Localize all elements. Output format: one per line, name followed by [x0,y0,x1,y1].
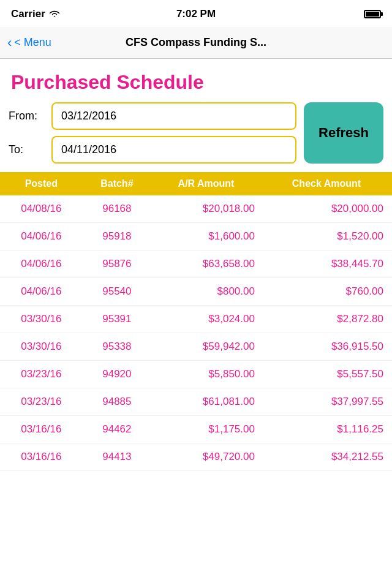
table-row: 04/08/16 96168 $20,018.00 $20,000.00 [0,195,392,223]
cell-posted: 04/08/16 [0,195,83,223]
nav-title: CFS Compass Funding S... [126,36,266,49]
from-date-input[interactable] [51,102,296,130]
cell-ar-amount: $59,942.00 [151,333,261,361]
cell-check-amount: $36,915.50 [261,333,392,361]
cell-ar-amount: $3,024.00 [151,306,261,333]
cell-check-amount: $38,445.70 [261,251,392,278]
cell-posted: 03/16/16 [0,416,83,443]
cell-posted: 03/16/16 [0,443,83,471]
table-row: 04/06/16 95540 $800.00 $760.00 [0,278,392,306]
cell-batch: 96168 [83,195,152,223]
table-row: 03/30/16 95338 $59,942.00 $36,915.50 [0,333,392,361]
cell-posted: 03/23/16 [0,361,83,388]
cell-ar-amount: $800.00 [151,278,261,306]
cell-batch: 95540 [83,278,152,306]
status-right [364,10,381,18]
table-row: 03/23/16 94885 $61,081.00 $37,997.55 [0,388,392,416]
cell-check-amount: $2,872.80 [261,306,392,333]
cell-ar-amount: $1,600.00 [151,223,261,251]
page-content: Purchased Schedule From: To: Refresh Pos… [0,59,392,471]
cell-check-amount: $760.00 [261,278,392,306]
col-header-ar: A/R Amount [151,172,261,195]
table-body: 04/08/16 96168 $20,018.00 $20,000.00 04/… [0,195,392,471]
cell-ar-amount: $49,720.00 [151,443,261,471]
filter-section: From: To: Refresh [0,102,392,172]
to-label: To: [9,143,45,156]
cell-batch: 95918 [83,223,152,251]
to-date-input[interactable] [51,136,296,164]
table-row: 03/16/16 94413 $49,720.00 $34,212.55 [0,443,392,471]
cell-check-amount: $37,997.55 [261,388,392,416]
carrier-label: Carrier [11,8,45,20]
filter-fields: From: To: [9,102,296,164]
battery-icon [364,10,381,18]
col-header-check: Check Amount [261,172,392,195]
cell-posted: 03/23/16 [0,388,83,416]
cell-batch: 94885 [83,388,152,416]
cell-posted: 03/30/16 [0,333,83,361]
cell-check-amount: $5,557.50 [261,361,392,388]
table-row: 03/16/16 94462 $1,175.00 $1,116.25 [0,416,392,443]
from-label: From: [9,110,45,123]
cell-posted: 04/06/16 [0,251,83,278]
cell-batch: 94413 [83,443,152,471]
back-chevron-icon: ‹ [7,36,12,50]
data-table: Posted Batch# A/R Amount Check Amount 04… [0,172,392,471]
refresh-label: Refresh [318,125,369,141]
cell-batch: 95338 [83,333,152,361]
back-button[interactable]: ‹ < Menu [7,36,51,50]
cell-check-amount: $1,520.00 [261,223,392,251]
table-header: Posted Batch# A/R Amount Check Amount [0,172,392,195]
table-row: 03/23/16 94920 $5,850.00 $5,557.50 [0,361,392,388]
cell-ar-amount: $20,018.00 [151,195,261,223]
status-time: 7:02 PM [176,8,216,20]
to-row: To: [9,136,296,164]
cell-check-amount: $20,000.00 [261,195,392,223]
cell-ar-amount: $61,081.00 [151,388,261,416]
wifi-icon [49,8,60,20]
cell-ar-amount: $5,850.00 [151,361,261,388]
page-title: Purchased Schedule [0,59,392,102]
table-row: 04/06/16 95876 $63,658.00 $38,445.70 [0,251,392,278]
cell-ar-amount: $63,658.00 [151,251,261,278]
cell-batch: 95391 [83,306,152,333]
nav-bar: ‹ < Menu CFS Compass Funding S... [0,27,392,59]
col-header-batch: Batch# [83,172,152,195]
status-left: Carrier [11,8,60,20]
table-row: 03/30/16 95391 $3,024.00 $2,872.80 [0,306,392,333]
cell-check-amount: $34,212.55 [261,443,392,471]
refresh-button[interactable]: Refresh [304,102,383,164]
table-row: 04/06/16 95918 $1,600.00 $1,520.00 [0,223,392,251]
from-row: From: [9,102,296,130]
cell-ar-amount: $1,175.00 [151,416,261,443]
cell-batch: 94462 [83,416,152,443]
cell-posted: 03/30/16 [0,306,83,333]
cell-check-amount: $1,116.25 [261,416,392,443]
back-label[interactable]: < Menu [14,36,51,49]
status-bar: Carrier 7:02 PM [0,0,392,27]
cell-posted: 04/06/16 [0,278,83,306]
col-header-posted: Posted [0,172,83,195]
cell-batch: 95876 [83,251,152,278]
cell-posted: 04/06/16 [0,223,83,251]
cell-batch: 94920 [83,361,152,388]
